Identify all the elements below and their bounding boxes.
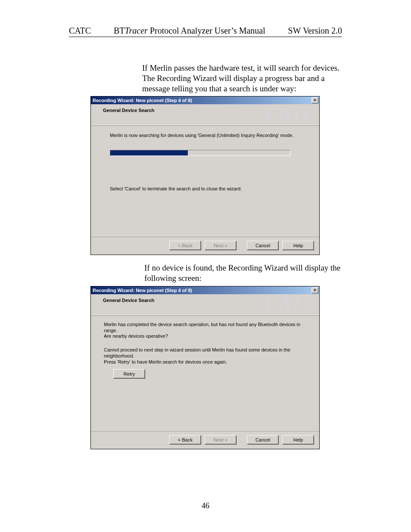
dialog-not-found: Recording Wizard: New piconet (Step 4 of…	[90, 286, 320, 449]
back-button[interactable]: < Back	[169, 241, 201, 250]
button-row: < Back Next > Cancel Help	[91, 236, 319, 255]
button-row: < Back Next > Cancel Help	[91, 430, 319, 449]
page-number: 46	[0, 501, 411, 510]
back-button[interactable]: < Back	[169, 435, 201, 445]
catc-watermark: CATC	[265, 103, 317, 124]
window-title: Recording Wizard: New piconet (Step 4 of…	[93, 288, 311, 293]
header-right: SW Version 2.0	[288, 26, 342, 36]
hint-message: Select 'Cancel' to terminate the search …	[110, 186, 306, 192]
close-icon[interactable]: ×	[311, 287, 318, 293]
cancel-button[interactable]: Cancel	[247, 435, 279, 445]
header-left: CATC	[69, 26, 91, 36]
section-title: General Device Search	[103, 108, 154, 113]
page-header: CATC BTTracer Protocol Analyzer User’s M…	[69, 26, 342, 37]
dialog-body: Merlin is now searching for devices usin…	[91, 126, 319, 236]
catc-watermark: CATC	[265, 293, 317, 314]
paragraph-intro-2: If no device is found, the Recording Wiz…	[144, 263, 342, 283]
status-message-1: Merlin has completed the device search o…	[104, 322, 306, 339]
next-button[interactable]: Next >	[205, 435, 237, 445]
window-title: Recording Wizard: New piconet (Step 4 of…	[93, 98, 311, 103]
help-button[interactable]: Help	[282, 241, 314, 250]
section-title: General Device Search	[103, 298, 154, 303]
cancel-button[interactable]: Cancel	[247, 241, 279, 250]
status-message-2: Cannot proceed to next step in wizard se…	[104, 347, 306, 365]
close-icon[interactable]: ×	[311, 97, 318, 103]
dialog-header-section: General Device Search CATC	[91, 294, 319, 316]
dialog-body: Merlin has completed the device search o…	[91, 316, 319, 430]
next-button[interactable]: Next >	[205, 241, 237, 250]
progress-fill	[110, 150, 188, 156]
header-center: BTTracer Protocol Analyzer User’s Manual	[91, 26, 288, 36]
progress-bar	[110, 150, 291, 156]
paragraph-intro-1: If Merlin passes the hardware test, it w…	[142, 63, 342, 93]
retry-button[interactable]: Retry	[113, 369, 145, 379]
titlebar[interactable]: Recording Wizard: New piconet (Step 4 of…	[91, 286, 319, 294]
dialog-searching: Recording Wizard: New piconet (Step 4 of…	[90, 96, 320, 255]
titlebar[interactable]: Recording Wizard: New piconet (Step 4 of…	[91, 96, 319, 104]
help-button[interactable]: Help	[282, 435, 314, 445]
status-message: Merlin is now searching for devices usin…	[110, 133, 306, 139]
dialog-header-section: General Device Search CATC	[91, 104, 319, 126]
